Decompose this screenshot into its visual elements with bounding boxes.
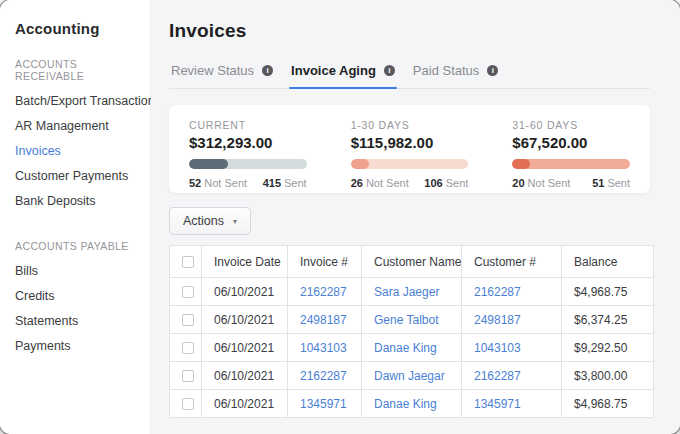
chevron-down-icon: ▾ (233, 217, 237, 226)
invoice-number-link[interactable]: 1345971 (300, 397, 347, 411)
balance-cell: $4,968.75 (562, 278, 654, 306)
sidebar-item-batch-export-transactions[interactable]: Batch/Export Transactions (15, 89, 140, 114)
column-header-balance: Balance (562, 246, 654, 278)
tab-label: Paid Status (413, 63, 480, 78)
row-checkbox[interactable] (182, 398, 194, 410)
sent-stat: 415Sent (263, 177, 307, 189)
tab-label: Review Status (171, 63, 254, 78)
invoice-table: Invoice Date Invoice # Customer Name Cus… (169, 245, 654, 418)
sent-stat: 51Sent (592, 177, 630, 189)
info-icon[interactable]: i (487, 65, 498, 76)
row-checkbox[interactable] (182, 286, 194, 298)
actions-row: Actions ▾ (169, 207, 650, 235)
customer-name-link[interactable]: Sara Jaeger (374, 285, 439, 299)
not-sent-stat: 52Not Sent (189, 177, 247, 189)
sidebar-item-invoices[interactable]: Invoices (15, 139, 140, 164)
not-sent-stat: 26Not Sent (351, 177, 409, 189)
info-icon[interactable]: i (384, 65, 395, 76)
balance-cell: $6,374.25 (562, 306, 654, 334)
table-row: 06/10/2021 2162287 Sara Jaeger 2162287 $… (170, 278, 654, 306)
sidebar-section-label: ACCOUNTS RECEIVABLE (15, 58, 140, 82)
aging-progress-fill (512, 159, 530, 169)
sidebar-item-statements[interactable]: Statements (15, 309, 140, 334)
not-sent-stat: 20Not Sent (512, 177, 570, 189)
aging-bucket-1-30-days: 1-30 DAYS $115,982.00 26Not Sent 106Sent (351, 119, 469, 193)
aging-progress-bar (189, 159, 307, 169)
row-select-cell (170, 362, 202, 390)
column-header-invoice-number: Invoice # (288, 246, 362, 278)
aging-bucket-label: 1-30 DAYS (351, 119, 469, 131)
customer-number-link[interactable]: 2162287 (474, 285, 521, 299)
row-select-cell (170, 334, 202, 362)
invoice-date-cell: 06/10/2021 (202, 362, 288, 390)
sidebar-item-credits[interactable]: Credits (15, 284, 140, 309)
invoice-date-cell: 06/10/2021 (202, 390, 288, 418)
customer-name-link[interactable]: Gene Talbot (374, 313, 439, 327)
aging-bucket-stats: 20Not Sent 51Sent (512, 177, 630, 189)
invoice-date-cell: 06/10/2021 (202, 306, 288, 334)
tab-paid-status[interactable]: Paid Status i (411, 63, 501, 88)
aging-progress-fill (189, 159, 228, 169)
select-all-cell (170, 246, 202, 278)
page-title: Invoices (169, 20, 650, 42)
invoice-number-link[interactable]: 1043103 (300, 341, 347, 355)
customer-name-link[interactable]: Danae King (374, 341, 437, 355)
sidebar-title: Accounting (15, 20, 140, 37)
invoice-date-cell: 06/10/2021 (202, 278, 288, 306)
row-checkbox[interactable] (182, 314, 194, 326)
sidebar-section-label: ACCOUNTS PAYABLE (15, 240, 140, 252)
sidebar-item-payments[interactable]: Payments (15, 334, 140, 359)
sidebar: Accounting ACCOUNTS RECEIVABLE Batch/Exp… (0, 0, 151, 434)
aging-progress-bar (351, 159, 469, 169)
invoice-number-link[interactable]: 2162287 (300, 369, 347, 383)
app-window: Accounting ACCOUNTS RECEIVABLE Batch/Exp… (0, 0, 680, 434)
invoice-number-link[interactable]: 2498187 (300, 313, 347, 327)
row-checkbox[interactable] (182, 370, 194, 382)
sidebar-section-accounts-receivable: ACCOUNTS RECEIVABLE Batch/Export Transac… (15, 58, 140, 214)
aging-bucket-stats: 52Not Sent 415Sent (189, 177, 307, 189)
customer-number-link[interactable]: 2498187 (474, 313, 521, 327)
select-all-checkbox[interactable] (182, 256, 194, 268)
balance-cell: $4,968.75 (562, 390, 654, 418)
tab-bar: Review Status i Invoice Aging i Paid Sta… (169, 63, 650, 89)
customer-number-link[interactable]: 1043103 (474, 341, 521, 355)
aging-bucket-amount: $115,982.00 (351, 134, 469, 151)
aging-bucket-label: 31-60 DAYS (512, 119, 630, 131)
balance-cell: $3,800.00 (562, 362, 654, 390)
customer-number-link[interactable]: 2162287 (474, 369, 521, 383)
column-header-customer-name: Customer Name (362, 246, 462, 278)
invoice-number-link[interactable]: 2162287 (300, 285, 347, 299)
actions-button-label: Actions (183, 214, 224, 228)
tab-review-status[interactable]: Review Status i (169, 63, 275, 88)
main-content: Invoices Review Status i Invoice Aging i… (151, 0, 680, 434)
sidebar-section-accounts-payable: ACCOUNTS PAYABLE Bills Credits Statement… (15, 240, 140, 359)
balance-cell: $9,292.50 (562, 334, 654, 362)
tab-invoice-aging[interactable]: Invoice Aging i (289, 63, 397, 88)
sent-stat: 106Sent (424, 177, 468, 189)
aging-bucket-amount: $67,520.00 (512, 134, 630, 151)
invoice-date-cell: 06/10/2021 (202, 334, 288, 362)
tab-label: Invoice Aging (291, 63, 376, 78)
table-row: 06/10/2021 1043103 Danae King 1043103 $9… (170, 334, 654, 362)
table-row: 06/10/2021 2498187 Gene Talbot 2498187 $… (170, 306, 654, 334)
row-select-cell (170, 390, 202, 418)
column-header-customer-number: Customer # (462, 246, 562, 278)
sidebar-item-customer-payments[interactable]: Customer Payments (15, 164, 140, 189)
row-select-cell (170, 306, 202, 334)
info-icon[interactable]: i (262, 65, 273, 76)
aging-progress-bar (512, 159, 630, 169)
sidebar-item-ar-management[interactable]: AR Management (15, 114, 140, 139)
sidebar-item-bank-deposits[interactable]: Bank Deposits (15, 189, 140, 214)
sidebar-item-bills[interactable]: Bills (15, 259, 140, 284)
customer-name-link[interactable]: Dawn Jaegar (374, 369, 445, 383)
aging-progress-fill (351, 159, 370, 169)
customer-number-link[interactable]: 1345971 (474, 397, 521, 411)
aging-bucket-amount: $312,293.00 (189, 134, 307, 151)
invoice-table-body: 06/10/2021 2162287 Sara Jaeger 2162287 $… (170, 278, 654, 418)
aging-bucket-label: CURRENT (189, 119, 307, 131)
aging-bucket-stats: 26Not Sent 106Sent (351, 177, 469, 189)
row-checkbox[interactable] (182, 342, 194, 354)
actions-dropdown-button[interactable]: Actions ▾ (169, 207, 251, 235)
column-header-invoice-date: Invoice Date (202, 246, 288, 278)
customer-name-link[interactable]: Danae King (374, 397, 437, 411)
